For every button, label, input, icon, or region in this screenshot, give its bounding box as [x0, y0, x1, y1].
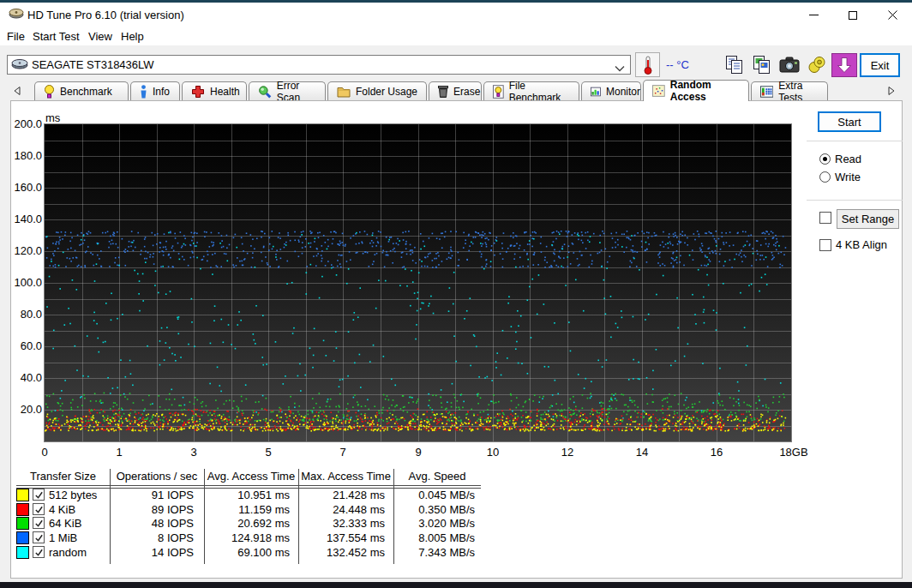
menu-start-test[interactable]: Start Test: [33, 30, 80, 43]
menu-view[interactable]: View: [88, 30, 112, 43]
maximize-button[interactable]: [833, 3, 873, 27]
series-checkbox[interactable]: [33, 546, 45, 558]
window-bottom-border: [0, 582, 912, 588]
y-tick: 40.0: [11, 371, 42, 385]
menu-bar: File Start Test View Help: [0, 27, 912, 45]
x-tick: 10: [487, 446, 499, 459]
tab-label: Benchmark: [60, 86, 112, 98]
x-tick: 12: [561, 446, 573, 459]
file-benchmark-icon: [493, 85, 504, 99]
read-radio-row[interactable]: Read: [819, 153, 861, 165]
x-tick: 18GB: [779, 446, 807, 459]
tab-file-benchmark[interactable]: File Benchmark: [483, 81, 579, 100]
tab-monitor[interactable]: Monitor: [581, 81, 641, 100]
tab-extra-tests[interactable]: Extra Tests: [751, 81, 828, 100]
window-title: HD Tune Pro 6.10 (trial version): [27, 9, 184, 21]
avg-value: 10.951 ms: [202, 489, 290, 501]
avg-value: 11.159 ms: [202, 503, 290, 516]
write-radio-row[interactable]: Write: [819, 171, 861, 183]
4kb-align-label: 4 KB Align: [836, 238, 887, 251]
avg-value: 124.918 ms: [202, 531, 290, 544]
check-icon: [34, 490, 44, 500]
copy-image-button[interactable]: [749, 53, 775, 77]
y-tick: 120.0: [11, 244, 42, 258]
x-tick: 16: [711, 446, 723, 459]
speed-value: 0.350 MB/s: [387, 503, 475, 516]
check-icon: [34, 519, 44, 528]
screenshot-button[interactable]: [777, 53, 802, 77]
x-tick: 3: [190, 446, 196, 459]
app-disk-icon: [9, 7, 24, 21]
set-range-button[interactable]: Set Range: [837, 209, 899, 229]
arrow-left-icon: [14, 87, 21, 95]
exit-label: Exit: [871, 59, 890, 72]
4kb-align-checkbox[interactable]: [819, 239, 831, 251]
maximize-icon: [849, 11, 857, 20]
write-label: Write: [835, 171, 861, 183]
close-button[interactable]: [873, 3, 912, 27]
tab-info[interactable]: Info: [130, 81, 180, 100]
menu-help[interactable]: Help: [121, 30, 144, 43]
tab-scroll-left-button[interactable]: [7, 82, 27, 99]
random-access-panel: ms 200.0 180.0 160.0 140.0 120.0 100.0 8…: [10, 100, 903, 579]
temperature-button[interactable]: [635, 52, 660, 77]
folder-icon: [337, 86, 351, 98]
tab-erase[interactable]: Erase: [429, 81, 482, 100]
tab-error-scan[interactable]: Error Scan: [249, 81, 326, 100]
tab-folder-usage[interactable]: Folder Usage: [327, 81, 427, 100]
write-radio[interactable]: [819, 171, 831, 183]
ops-value: 91 IOPS: [106, 489, 194, 501]
max-value: 137.554 ms: [297, 531, 385, 544]
start-button[interactable]: Start: [818, 111, 881, 132]
table-row: 512 bytes 91 IOPS 10.951 ms 21.428 ms 0.…: [16, 489, 481, 502]
extra-tests-icon: [760, 86, 773, 98]
tab-health[interactable]: Health: [182, 81, 247, 100]
tab-label: Random Access: [670, 79, 748, 103]
col-header-avg-access: Avg. Access Time: [204, 470, 298, 483]
series-color-swatch: [16, 489, 29, 501]
tab-scroll-right-button[interactable]: [881, 82, 902, 99]
y-tick: 100.0: [11, 276, 42, 290]
series-checkbox[interactable]: [33, 531, 45, 543]
copy-image-icon: [752, 55, 772, 75]
set-range-checkbox[interactable]: [819, 212, 831, 224]
series-checkbox[interactable]: [33, 503, 45, 515]
check-icon: [34, 548, 44, 557]
chevron-down-icon: [615, 62, 625, 75]
exit-button[interactable]: Exit: [860, 53, 900, 77]
separator: [807, 200, 903, 201]
series-color-swatch: [16, 503, 29, 516]
health-cross-icon: [191, 85, 205, 99]
series-label: 64 KiB: [49, 517, 81, 530]
menu-file[interactable]: File: [7, 30, 25, 43]
close-icon: [888, 10, 897, 20]
drive-select[interactable]: SEAGATE ST318436LW: [7, 55, 631, 75]
series-checkbox[interactable]: [33, 489, 45, 501]
acoustic-button[interactable]: [804, 53, 830, 77]
table-row: 1 MiB 8 IOPS 124.918 ms 137.554 ms 8.005…: [16, 531, 481, 545]
magnifier-icon: [258, 85, 272, 99]
header-underline: [16, 485, 481, 486]
download-button[interactable]: [831, 53, 857, 77]
col-header-avg-speed: Avg. Speed: [393, 470, 481, 483]
tab-label: Info: [153, 86, 170, 98]
title-bar[interactable]: HD Tune Pro 6.10 (trial version): [0, 3, 912, 27]
tab-random-access[interactable]: Random Access: [643, 80, 749, 101]
read-radio[interactable]: [819, 153, 831, 165]
x-tick: 1: [116, 446, 122, 459]
series-checkbox[interactable]: [33, 517, 45, 529]
y-axis-unit: ms: [45, 111, 60, 124]
tab-benchmark[interactable]: Benchmark: [34, 81, 129, 100]
avg-value: 69.100 ms: [202, 546, 290, 559]
arrow-right-icon: [888, 87, 895, 95]
read-label: Read: [835, 153, 861, 165]
minimize-button[interactable]: [794, 3, 833, 27]
copy-text-button[interactable]: [722, 53, 747, 77]
speed-value: 7.343 MB/s: [387, 546, 475, 559]
series-color-swatch: [16, 517, 29, 530]
speed-value: 8.005 MB/s: [387, 531, 475, 544]
max-value: 32.333 ms: [297, 517, 385, 530]
series-label: 1 MiB: [49, 531, 77, 544]
avg-value: 20.692 ms: [202, 517, 290, 530]
thermometer-icon: [643, 56, 653, 75]
